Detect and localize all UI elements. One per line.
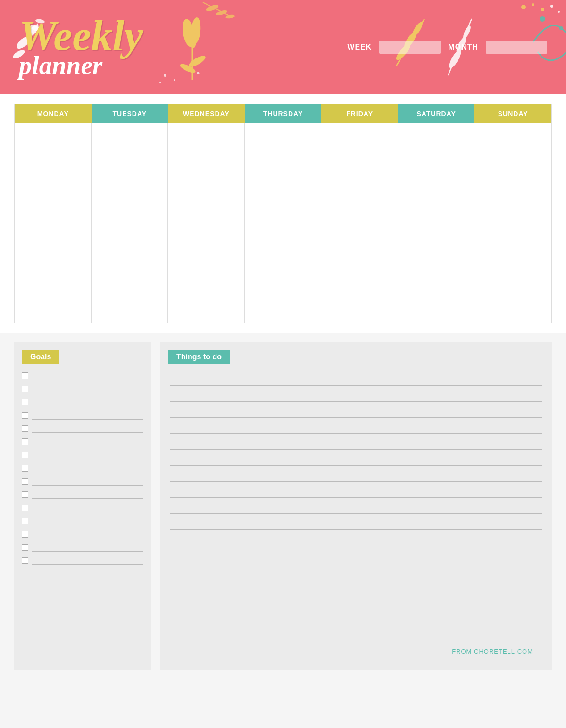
goals-checkbox[interactable] [22, 372, 28, 379]
day-line [19, 223, 86, 237]
svg-point-6 [181, 18, 197, 48]
month-input[interactable] [486, 41, 547, 54]
week-label: WEEK [347, 43, 372, 51]
goals-item[interactable] [22, 543, 143, 552]
goals-checkbox[interactable] [22, 518, 28, 524]
day-line [96, 239, 163, 253]
goals-item[interactable] [22, 490, 143, 499]
day-line [479, 287, 547, 301]
day-line [96, 303, 163, 317]
day-line [479, 255, 547, 269]
svg-point-23 [462, 25, 472, 39]
goals-checkbox[interactable] [22, 386, 28, 392]
day-line [403, 175, 470, 189]
goals-item[interactable] [22, 530, 143, 538]
day-line [479, 303, 547, 317]
todo-line [170, 420, 542, 434]
todo-line [170, 628, 542, 642]
day-line [326, 175, 393, 189]
goals-checkbox[interactable] [22, 399, 28, 405]
goals-checkbox[interactable] [22, 531, 28, 538]
goals-item[interactable] [22, 398, 143, 406]
day-line [403, 239, 470, 253]
day-line [479, 191, 547, 205]
goals-checkbox[interactable] [22, 557, 28, 564]
day-line [19, 175, 86, 189]
svg-point-11 [179, 62, 197, 74]
day-line [96, 207, 163, 221]
day-line [19, 271, 86, 285]
goals-item[interactable] [22, 424, 143, 433]
day-line [326, 303, 393, 317]
day-line [250, 127, 316, 141]
day-line [19, 143, 86, 157]
day-line [96, 255, 163, 269]
day-col-wednesday[interactable] [168, 123, 245, 323]
todo-line [170, 484, 542, 498]
day-line [96, 271, 163, 285]
goals-item[interactable] [22, 556, 143, 565]
day-line [479, 239, 547, 253]
goals-item[interactable] [22, 477, 143, 486]
weekly-grid-section: MONDAYTUESDAYWEDNESDAYTHURSDAYFRIDAYSATU… [0, 94, 566, 333]
day-line [403, 223, 470, 237]
goals-checkbox[interactable] [22, 412, 28, 419]
goals-line [32, 372, 143, 380]
goals-item[interactable] [22, 504, 143, 512]
goals-item[interactable] [22, 411, 143, 420]
goals-checkbox[interactable] [22, 438, 28, 445]
day-line [326, 127, 393, 141]
day-col-tuesday[interactable] [92, 123, 168, 323]
day-line [479, 127, 547, 141]
todo-line [170, 388, 542, 402]
goals-label: Goals [22, 350, 59, 364]
day-line [479, 207, 547, 221]
week-input[interactable] [379, 41, 441, 54]
day-line [326, 223, 393, 237]
goals-checkbox[interactable] [22, 505, 28, 511]
day-col-thursday[interactable] [245, 123, 322, 323]
todo-line [170, 468, 542, 482]
goals-checkbox[interactable] [22, 544, 28, 551]
svg-point-25 [559, 26, 563, 30]
day-line [19, 239, 86, 253]
day-line [96, 287, 163, 301]
goals-checkbox[interactable] [22, 491, 28, 498]
footer-credit: FROM CHORETELL.COM [160, 644, 552, 661]
day-line [173, 239, 240, 253]
day-line [19, 303, 86, 317]
month-label: MONTH [448, 43, 478, 51]
svg-point-32 [164, 74, 166, 77]
goals-checkbox[interactable] [22, 452, 28, 458]
day-line [479, 271, 547, 285]
goals-checkbox[interactable] [22, 478, 28, 485]
goals-item[interactable] [22, 464, 143, 472]
day-col-monday[interactable] [15, 123, 92, 323]
goals-line [32, 556, 143, 565]
day-line [403, 143, 470, 157]
header-fields: WEEK MONTH [347, 41, 547, 54]
goals-item[interactable] [22, 517, 143, 525]
goals-line [32, 385, 143, 393]
todo-label: Things to do [168, 350, 230, 364]
goals-line [32, 398, 143, 406]
day-col-sunday[interactable] [474, 123, 551, 323]
day-col-friday[interactable] [321, 123, 398, 323]
day-line [19, 159, 86, 173]
todo-line [170, 612, 542, 626]
day-line [173, 143, 240, 157]
svg-point-8 [188, 27, 197, 48]
goals-item[interactable] [22, 438, 143, 446]
day-line [403, 255, 470, 269]
goals-checkbox[interactable] [22, 465, 28, 472]
goals-item[interactable] [22, 372, 143, 380]
day-line [326, 159, 393, 173]
todo-line [170, 436, 542, 450]
goals-item[interactable] [22, 451, 143, 459]
day-line [19, 127, 86, 141]
goals-item[interactable] [22, 385, 143, 393]
todo-line [170, 580, 542, 594]
day-line [250, 143, 316, 157]
day-col-saturday[interactable] [398, 123, 475, 323]
goals-checkbox[interactable] [22, 425, 28, 432]
